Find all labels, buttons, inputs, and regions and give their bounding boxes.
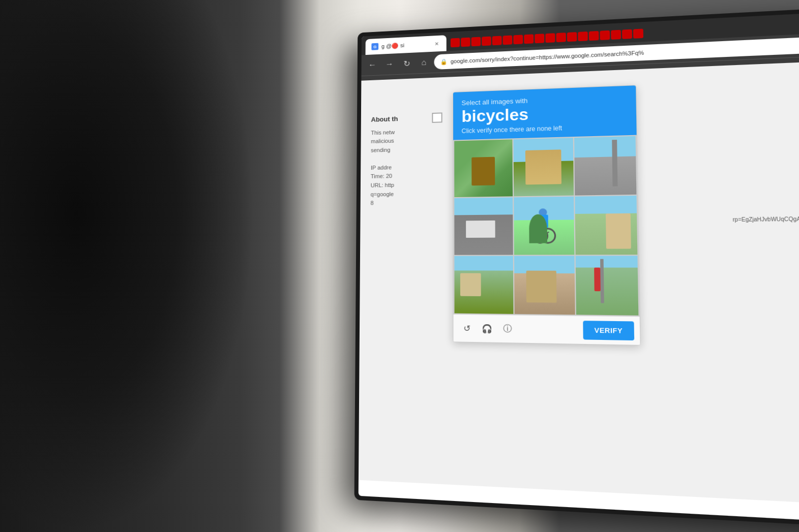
overflow-dot [600, 30, 610, 40]
info-icon: ⓘ [503, 324, 512, 335]
overflow-dot [461, 38, 470, 47]
captcha-footer-icons: ↺ 🎧 ⓘ [459, 321, 516, 337]
overflow-dot [535, 34, 544, 43]
overflow-dot [611, 30, 621, 40]
overflow-dot [589, 31, 599, 41]
captcha-image-1 [454, 140, 513, 198]
captcha-image-3 [574, 136, 636, 196]
captcha-cell-1[interactable] [454, 140, 513, 198]
captcha-cell-9[interactable] [576, 256, 639, 316]
tab-favicon: G [371, 43, 378, 50]
overflow-dot [578, 32, 588, 41]
overflow-dot [471, 37, 481, 47]
captcha-cell-7[interactable] [454, 256, 513, 314]
url-fragment: rp=EgZjaHJvbWUqCQgAEEUYOxiA [733, 215, 799, 223]
captcha-audio-button[interactable]: 🎧 [479, 321, 495, 337]
overflow-dot [633, 28, 643, 38]
captcha-image-grid [453, 135, 640, 317]
overflow-dot [622, 29, 632, 39]
captcha-image-7 [454, 256, 513, 314]
person-silhouette [0, 0, 254, 532]
captcha-cell-8[interactable] [514, 256, 575, 315]
overflow-dot [451, 38, 460, 48]
laptop-bezel: G g @🔴 si ✕ [354, 8, 799, 527]
captcha-image-2 [513, 138, 574, 196]
forward-button[interactable]: → [382, 57, 397, 71]
about-text: This netw malicious sending IP addre Tim… [370, 126, 463, 208]
url-text: google.com/sorry/index?continue=https://… [451, 49, 644, 64]
captcha-widget: Select all images with bicycles Click ve… [453, 85, 641, 346]
overflow-dot [513, 35, 523, 44]
captcha-cell-3[interactable] [574, 136, 636, 196]
overflow-dot [502, 35, 512, 45]
overflow-dot [482, 37, 491, 46]
about-title: About th [371, 112, 463, 124]
page-content: About th This netw malicious sending IP … [359, 61, 799, 505]
overflow-dot [545, 33, 555, 43]
headphone-icon: 🎧 [482, 324, 492, 334]
checkbox[interactable] [432, 112, 442, 123]
captcha-cell-6[interactable] [575, 196, 637, 255]
captcha-refresh-button[interactable]: ↺ [459, 321, 475, 337]
captcha-image-8 [514, 256, 575, 315]
back-button[interactable]: ← [365, 58, 379, 72]
laptop-screen: G g @🔴 si ✕ [359, 12, 799, 522]
captcha-image-4 [454, 198, 513, 255]
tab-close-button[interactable]: ✕ [433, 40, 440, 47]
captcha-cell-2[interactable] [513, 138, 574, 196]
captcha-cell-4[interactable] [454, 198, 513, 255]
captcha-cell-5[interactable] [514, 197, 574, 255]
captcha-image-6 [575, 196, 637, 255]
refresh-button[interactable]: ↻ [399, 56, 413, 71]
home-button[interactable]: ⌂ [417, 55, 431, 70]
captcha-footer: ↺ 🎧 ⓘ VERIFY [453, 315, 640, 345]
lock-icon: 🔒 [440, 58, 448, 65]
overflow-dot [524, 34, 534, 44]
overflow-dot [567, 32, 577, 42]
captcha-verify-button[interactable]: VERIFY [583, 321, 634, 340]
captcha-image-9 [576, 256, 639, 316]
overflow-dot [556, 33, 566, 42]
overflow-dot [492, 36, 502, 45]
laptop-frame: G g @🔴 si ✕ [354, 8, 799, 527]
captcha-header: Select all images with bicycles Click ve… [453, 85, 637, 140]
captcha-image-5 [514, 197, 574, 255]
captcha-info-button[interactable]: ⓘ [499, 321, 516, 337]
tab-label: g @🔴 si [381, 42, 404, 50]
